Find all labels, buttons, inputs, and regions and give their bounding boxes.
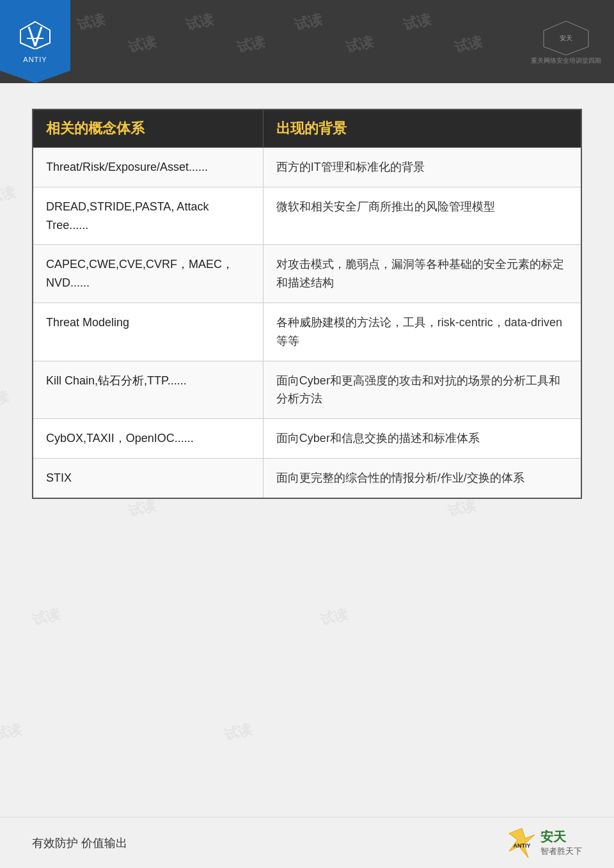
svg-line-2: [35, 27, 42, 46]
table-row: Kill Chain,钻石分析,TTP......面向Cyber和更高强度的攻击…: [33, 361, 581, 419]
table-cell-left: STIX: [33, 458, 263, 498]
body-wm-12: 试读: [222, 720, 254, 745]
table-header-row: 相关的概念体系 出现的背景: [33, 109, 581, 148]
table-cell-left: Threat Modeling: [33, 303, 263, 361]
footer-brand: ANTIY 安天 智者胜天下: [506, 827, 582, 859]
footer-left-text: 有效防护 价值输出: [32, 835, 127, 851]
header-wm-7: 试读: [343, 32, 375, 58]
header-wm-8: 试读: [452, 32, 484, 58]
table-row: Threat Modeling各种威胁建模的方法论，工具，risk-centri…: [33, 303, 581, 361]
table-row: Threat/Risk/Exposure/Asset......西方的IT管理和…: [33, 148, 581, 187]
body-wm-11: 试读: [0, 720, 24, 745]
table-cell-right: 面向Cyber和更高强度的攻击和对抗的场景的分析工具和分析方法: [263, 361, 581, 419]
table-cell-right: 西方的IT管理和标准化的背景: [263, 148, 581, 187]
footer-brand-name: 安天: [540, 828, 582, 846]
col2-header: 出现的背景: [263, 109, 581, 148]
table-cell-left: CAPEC,CWE,CVE,CVRF，MAEC，NVD......: [33, 245, 263, 303]
table-row: STIX面向更完整的综合性的情报分析/作业/交换的体系: [33, 458, 581, 498]
table-row: CybOX,TAXII，OpenIOC......面向Cyber和信息交换的描述…: [33, 419, 581, 459]
col1-header: 相关的概念体系: [33, 109, 263, 148]
table-cell-left: CybOX,TAXII，OpenIOC......: [33, 419, 263, 459]
table-row: DREAD,STRIDE,PASTA, Attack Tree......微软和…: [33, 187, 581, 245]
concepts-table: 相关的概念体系 出现的背景 Threat/Risk/Exposure/Asset…: [32, 109, 582, 499]
footer-brand-text-group: 安天 智者胜天下: [540, 828, 582, 857]
logo-text: ANTIY: [23, 56, 47, 63]
footer-right: ANTIY 安天 智者胜天下: [506, 827, 582, 859]
body-wm-9: 试读: [30, 604, 62, 630]
logo-icon: [19, 20, 51, 53]
footer-logo-icon: ANTIY: [506, 827, 538, 859]
table-cell-right: 对攻击模式，脆弱点，漏洞等各种基础的安全元素的标定和描述结构: [263, 245, 581, 303]
table-cell-right: 面向更完整的综合性的情报分析/作业/交换的体系: [263, 458, 581, 498]
header-right-logo: 安天 重关网络安全培训堂四期: [531, 18, 601, 65]
table-cell-right: 各种威胁建模的方法论，工具，risk-centric，data-driven等等: [263, 303, 581, 361]
table-cell-left: Threat/Risk/Exposure/Asset......: [33, 148, 263, 187]
header-wm-3: 试读: [292, 10, 324, 35]
footer-brand-sub: 智者胜天下: [540, 846, 582, 857]
table-cell-right: 微软和相关安全厂商所推出的风险管理模型: [263, 187, 581, 245]
header-wm-6: 试读: [235, 32, 267, 58]
header-wm-5: 试读: [126, 32, 158, 58]
table-cell-left: DREAD,STRIDE,PASTA, Attack Tree......: [33, 187, 263, 245]
footer: 有效防护 价值输出 ANTIY 安天 智者胜天下: [0, 817, 614, 868]
table-cell-right: 面向Cyber和信息交换的描述和标准体系: [263, 419, 581, 459]
header-right-subtitle: 重关网络安全培训堂四期: [531, 56, 601, 65]
header-wm-2: 试读: [184, 10, 216, 35]
logo: ANTIY: [0, 0, 70, 83]
main-content: 相关的概念体系 出现的背景 Threat/Risk/Exposure/Asset…: [0, 83, 614, 525]
svg-line-1: [29, 27, 35, 46]
table-row: CAPEC,CWE,CVE,CVRF，MAEC，NVD......对攻击模式，脆…: [33, 245, 581, 303]
header-wm-1: 试读: [75, 10, 107, 35]
header: ANTIY 试读 试读 试读 试读 试读 试读 试读 试读 安天 重关网络安全培…: [0, 0, 614, 83]
header-wm-4: 试读: [401, 10, 433, 35]
body-wm-10: 试读: [318, 604, 350, 630]
svg-text:ANTIY: ANTIY: [514, 842, 531, 849]
table-cell-left: Kill Chain,钻石分析,TTP......: [33, 361, 263, 419]
header-watermarks: 试读 试读 试读 试读 试读 试读 试读 试读: [0, 0, 614, 83]
svg-text:安天: 安天: [560, 35, 572, 42]
